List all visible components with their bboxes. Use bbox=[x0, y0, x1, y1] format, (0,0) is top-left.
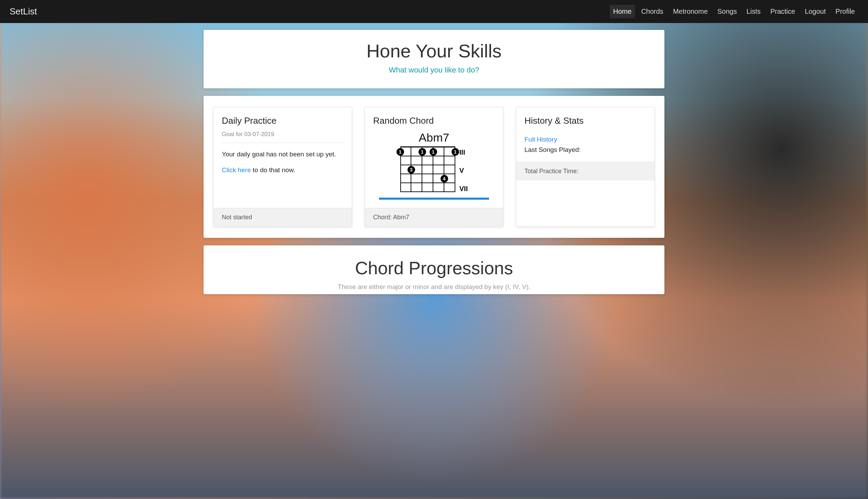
finger-dot: 1 bbox=[430, 148, 437, 156]
last-songs-label: Last Songs Played: bbox=[524, 146, 646, 154]
chord-progress-bar bbox=[379, 198, 489, 200]
nav-home[interactable]: Home bbox=[610, 5, 635, 18]
daily-setup-suffix: to do that now. bbox=[251, 166, 295, 174]
navbar: SetList Home Chords Metronome Songs List… bbox=[0, 0, 868, 23]
progressions-title: Chord Progressions bbox=[217, 258, 651, 278]
finger-dot: 1 bbox=[452, 148, 459, 156]
hero-subtitle: What would you like to do? bbox=[217, 66, 651, 75]
nav-practice[interactable]: Practice bbox=[767, 5, 799, 18]
daily-subtitle: Goal for 03-07-2019 bbox=[222, 131, 344, 143]
finger-dot: 4 bbox=[441, 175, 448, 182]
cards-panel: Daily Practice Goal for 03-07-2019 Your … bbox=[204, 96, 664, 238]
finger-dot: 3 bbox=[408, 166, 415, 174]
hero-title: Hone Your Skills bbox=[217, 40, 651, 62]
finger-dot: 1 bbox=[419, 148, 426, 156]
nav-metronome[interactable]: Metronome bbox=[670, 5, 711, 18]
chord-progressions-section: Chord Progressions These are either majo… bbox=[204, 245, 664, 294]
nav-links: Home Chords Metronome Songs Lists Practi… bbox=[610, 5, 858, 18]
daily-title: Daily Practice bbox=[222, 115, 344, 126]
daily-footer: Not started bbox=[214, 208, 352, 226]
fret-label: III bbox=[459, 148, 468, 156]
random-footer: Chord: Abm7 bbox=[365, 208, 503, 226]
nav-profile[interactable]: Profile bbox=[832, 5, 858, 18]
full-history-link[interactable]: Full History bbox=[524, 136, 646, 143]
random-title: Random Chord bbox=[373, 115, 495, 126]
daily-text: Your daily goal has not been set up yet. bbox=[222, 149, 344, 159]
nav-logout[interactable]: Logout bbox=[801, 5, 829, 18]
history-title: History & Stats bbox=[524, 115, 646, 126]
progressions-subtitle: These are either major or minor and are … bbox=[217, 283, 651, 291]
brand-logo[interactable]: SetList bbox=[10, 6, 37, 17]
nav-chords[interactable]: Chords bbox=[638, 5, 666, 18]
hero-card: Hone Your Skills What would you like to … bbox=[204, 30, 664, 88]
chord-diagram: 111134 bbox=[400, 146, 455, 192]
daily-setup-line: Click here to do that now. bbox=[222, 165, 344, 175]
nav-lists[interactable]: Lists bbox=[743, 5, 764, 18]
history-stats-card: History & Stats Full History Last Songs … bbox=[516, 107, 655, 227]
fret-label: V bbox=[459, 167, 468, 175]
random-chord-card: Random Chord Abm7 111134 III V VII bbox=[365, 107, 503, 227]
finger-dot: 1 bbox=[397, 148, 404, 156]
fret-labels: III V VII bbox=[459, 146, 468, 193]
fret-label: VII bbox=[459, 185, 468, 193]
daily-setup-link[interactable]: Click here bbox=[222, 166, 251, 174]
nav-songs[interactable]: Songs bbox=[714, 5, 740, 18]
chord-name: Abm7 bbox=[419, 131, 449, 144]
daily-practice-card: Daily Practice Goal for 03-07-2019 Your … bbox=[213, 107, 352, 227]
history-footer: Total Practice Time: bbox=[516, 162, 654, 180]
